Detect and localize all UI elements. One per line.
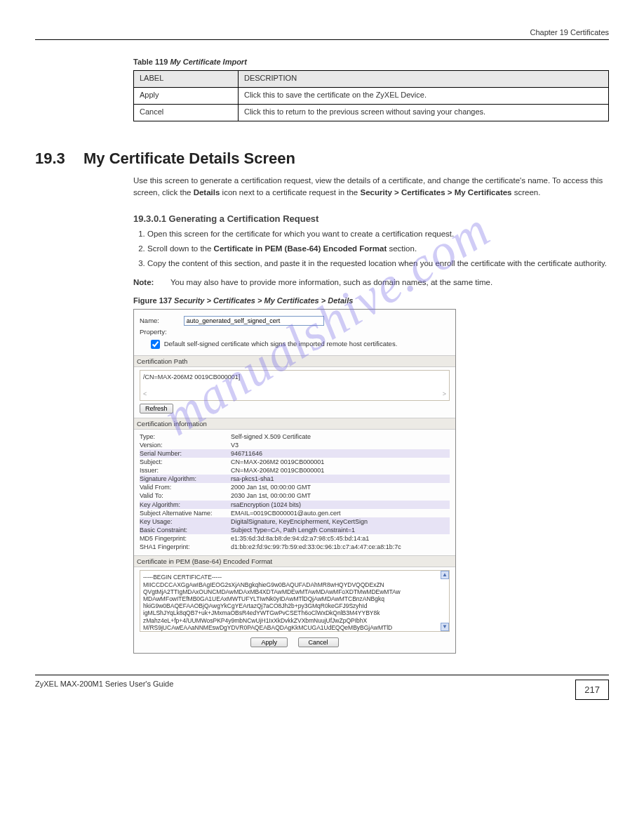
- paragraph: Use this screen to generate a certificat…: [133, 175, 609, 199]
- subsection-heading: 19.3.0.1 Generating a Certification Requ…: [133, 213, 609, 224]
- table-row: Apply Click this to save the certificate…: [134, 88, 609, 105]
- table-row: Cancel Click this to return to the previ…: [134, 105, 609, 121]
- checkbox-text: Default self-signed certificate which si…: [164, 340, 398, 348]
- cert-info-grid: Type:Self-signed X.509 Certificate Versi…: [140, 432, 450, 552]
- header-rule: [35, 39, 609, 40]
- footer-rule: [35, 675, 609, 675]
- default-self-signed-checkbox[interactable]: [151, 340, 160, 349]
- name-input[interactable]: [184, 316, 324, 326]
- spec-table: LABEL DESCRIPTION Apply Click this to sa…: [133, 70, 609, 121]
- footer-title: ZyXEL MAX-200M1 Series User's Guide: [35, 680, 173, 688]
- list-item: Scroll down to the Certificate in PEM (B…: [147, 243, 609, 255]
- col-description: DESCRIPTION: [238, 71, 608, 88]
- table-caption: Table 119 My Certificate Import: [133, 58, 609, 66]
- pem-textarea[interactable]: ▲ ▼ -----BEGIN CERTIFICATE----- MIICCDCC…: [140, 570, 450, 632]
- list-item: Copy the content of this section, and pa…: [147, 258, 609, 270]
- refresh-button[interactable]: Refresh: [140, 404, 173, 413]
- pem-group-title: Certificate in PEM (Base-64) Encoded For…: [134, 555, 455, 567]
- scroll-up-icon[interactable]: ▲: [441, 571, 449, 579]
- figure-caption: Figure 137 Security > Certificates > My …: [133, 296, 609, 305]
- property-label: Property:: [140, 328, 182, 336]
- apply-button[interactable]: Apply: [250, 637, 288, 647]
- page-number: 217: [575, 680, 609, 700]
- cert-path-box[interactable]: /CN=MAX-206M2 0019CB000001] <>: [140, 370, 450, 401]
- list-item: Open this screen for the certificate for…: [147, 228, 609, 240]
- steps-list: Open this screen for the certificate for…: [133, 228, 609, 270]
- cert-info-group-title: Certification information: [134, 418, 455, 430]
- note: Note: You may also have to provide more …: [133, 277, 609, 289]
- name-label: Name:: [140, 317, 182, 324]
- section-heading: 19.3 My Certificate Details Screen: [35, 150, 609, 168]
- cert-path-group-title: Certification Path: [134, 355, 455, 367]
- header-chapter: Chapter 19 Certificates: [35, 28, 609, 37]
- cancel-button[interactable]: Cancel: [298, 637, 339, 647]
- certificate-details-panel: Name: Property: Default self-signed cert…: [133, 309, 456, 654]
- col-label: LABEL: [134, 71, 239, 88]
- scroll-down-icon[interactable]: ▼: [441, 623, 449, 631]
